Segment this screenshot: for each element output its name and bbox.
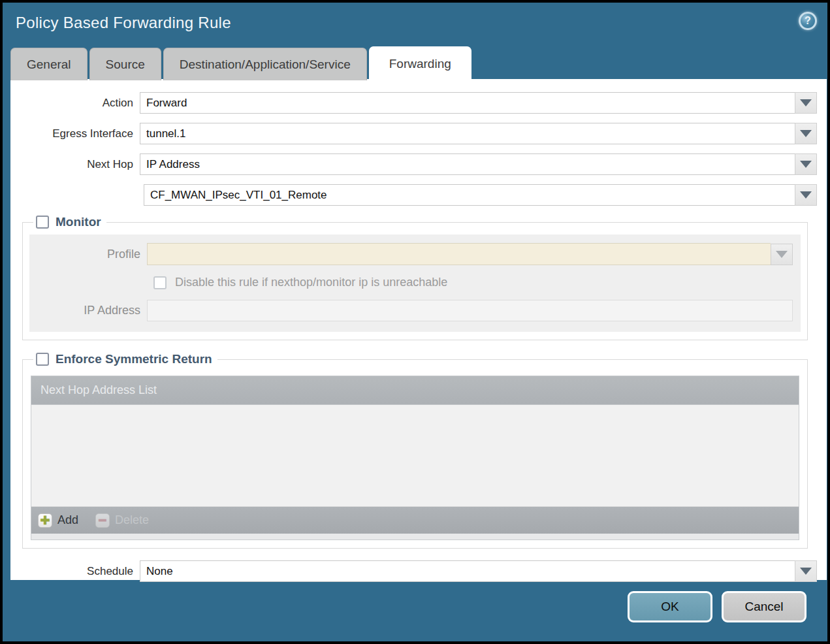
monitor-content: Profile Disable this rule if nexthop/mon…: [29, 234, 801, 332]
next-hop-row: Next Hop: [10, 153, 817, 175]
egress-interface-row: Egress Interface: [10, 123, 817, 144]
disable-rule-checkbox: [153, 276, 167, 289]
monitor-legend-label: Monitor: [56, 215, 101, 229]
title-bar: Policy Based Forwarding Rule ?: [3, 3, 827, 44]
monitor-ip-address-label: IP Address: [29, 304, 147, 317]
schedule-row: Schedule: [10, 560, 817, 582]
action-input[interactable]: [140, 92, 795, 114]
schedule-combo: [140, 560, 817, 582]
chevron-down-icon: [800, 130, 812, 137]
egress-interface-dropdown-button[interactable]: [795, 123, 817, 144]
chevron-down-icon: [800, 99, 812, 106]
minus-icon: ━: [95, 513, 110, 528]
next-hop-dropdown-button[interactable]: [795, 153, 817, 175]
dialog-footer: OK Cancel: [5, 575, 825, 639]
chevron-down-icon: [800, 161, 812, 168]
next-hop-address-row: [10, 184, 817, 206]
tab-bar: General Source Destination/Application/S…: [10, 46, 471, 80]
tab-destination-application-service[interactable]: Destination/Application/Service: [163, 48, 367, 80]
action-dropdown-button[interactable]: [795, 92, 817, 114]
dialog-window: Policy Based Forwarding Rule ? General S…: [0, 0, 830, 644]
action-combo: [140, 92, 817, 114]
next-hop-type-input[interactable]: [140, 153, 795, 175]
tab-forwarding[interactable]: Forwarding: [369, 46, 471, 80]
enforce-symmetric-return-legend-label: Enforce Symmetric Return: [56, 352, 212, 366]
chevron-down-icon: [776, 251, 788, 258]
next-hop-address-combo: [144, 184, 817, 206]
disable-rule-row: Disable this rule if nexthop/monitor ip …: [153, 276, 793, 289]
action-row: Action: [10, 92, 817, 114]
add-button[interactable]: ✚ Add: [38, 513, 78, 528]
forwarding-tab-panel: Action Egress Interface Next Hop: [10, 79, 827, 580]
monitor-section: Monitor Profile Disable this rule if nex…: [22, 215, 808, 340]
delete-button: ━ Delete: [95, 513, 149, 528]
next-hop-address-input[interactable]: [144, 184, 795, 206]
next-hop-label: Next Hop: [10, 158, 140, 171]
next-hop-address-list-body[interactable]: [31, 404, 799, 506]
profile-input: [147, 243, 771, 265]
cancel-button[interactable]: Cancel: [722, 591, 806, 622]
monitor-checkbox[interactable]: [36, 216, 49, 229]
dialog-title: Policy Based Forwarding Rule: [16, 14, 231, 31]
profile-row: Profile: [29, 243, 793, 265]
egress-interface-input[interactable]: [140, 123, 795, 144]
help-icon[interactable]: ?: [799, 12, 817, 30]
schedule-label: Schedule: [10, 565, 140, 578]
table-bottom-strip: [31, 534, 799, 539]
plus-icon: ✚: [38, 513, 52, 528]
enforce-symmetric-return-checkbox[interactable]: [36, 353, 49, 366]
profile-dropdown-button: [771, 244, 793, 265]
next-hop-combo: [140, 153, 817, 175]
enforce-symmetric-return-legend: Enforce Symmetric Return: [33, 352, 217, 366]
monitor-legend: Monitor: [33, 215, 106, 229]
schedule-dropdown-button[interactable]: [795, 560, 817, 582]
next-hop-address-list-header: Next Hop Address List: [31, 376, 799, 404]
tab-source[interactable]: Source: [89, 48, 161, 80]
disable-rule-label: Disable this rule if nexthop/monitor ip …: [175, 276, 447, 289]
tab-general[interactable]: General: [10, 48, 88, 80]
ok-button[interactable]: OK: [628, 591, 712, 622]
schedule-input[interactable]: [140, 560, 795, 582]
chevron-down-icon: [800, 568, 812, 575]
monitor-ip-address-row: IP Address: [29, 300, 793, 321]
egress-interface-combo: [140, 123, 817, 144]
next-hop-address-list-table: Next Hop Address List ✚ Add ━ Delete: [31, 376, 799, 540]
enforce-symmetric-return-section: Enforce Symmetric Return Next Hop Addres…: [22, 352, 808, 549]
monitor-ip-address-input: [147, 300, 793, 321]
action-label: Action: [10, 97, 140, 110]
next-hop-address-list-toolbar: ✚ Add ━ Delete: [31, 506, 799, 534]
egress-interface-label: Egress Interface: [10, 127, 140, 140]
chevron-down-icon: [800, 191, 812, 199]
profile-label: Profile: [29, 248, 147, 261]
next-hop-address-dropdown-button[interactable]: [795, 184, 817, 206]
